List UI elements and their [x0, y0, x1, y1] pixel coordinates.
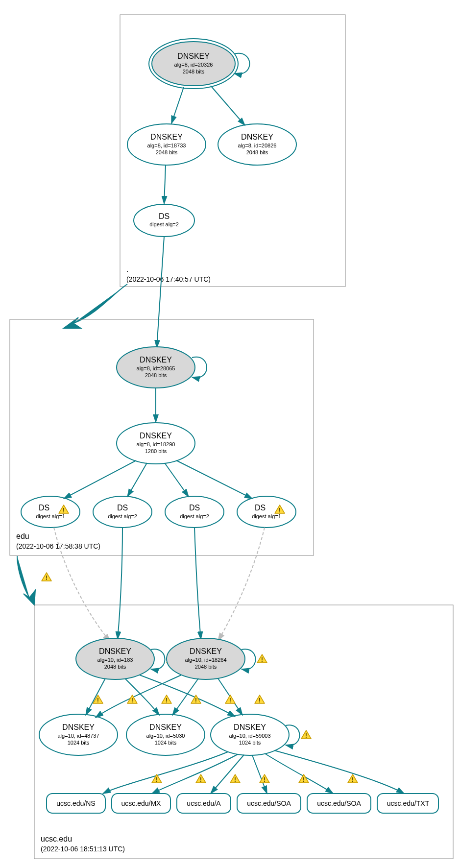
zone-root-timestamp: (2022-10-06 17:40:57 UTC) — [126, 275, 211, 283]
node-edu-ds2[interactable]: DS digest alg=2 — [93, 496, 152, 528]
svg-text:alg=10, id=48737: alg=10, id=48737 — [57, 733, 99, 739]
svg-text:digest alg=2: digest alg=2 — [108, 513, 137, 519]
svg-text:alg=8, id=20326: alg=8, id=20326 — [174, 62, 213, 68]
zone-edu: edu (2022-10-06 17:58:38 UTC) DNSKEY alg… — [10, 237, 314, 555]
svg-text:ucsc.edu/TXT: ucsc.edu/TXT — [387, 799, 430, 807]
edge-eduzsk-ds3 — [165, 463, 189, 497]
node-dom-zsk3[interactable]: DNSKEY alg=10, id=59003 1024 bits — [211, 714, 289, 755]
svg-point-33 — [165, 496, 224, 528]
svg-text:DNSKEY: DNSKEY — [234, 723, 266, 731]
svg-text:alg=10, id=59003: alg=10, id=59003 — [229, 733, 270, 739]
edge-ds2-ksk1 — [118, 528, 122, 639]
svg-point-30 — [93, 496, 152, 528]
svg-text:alg=10, id=5030: alg=10, id=5030 — [146, 733, 185, 739]
svg-text:1024 bits: 1024 bits — [239, 740, 261, 746]
node-root-zsk1[interactable]: DNSKEY alg=8, id=18733 2048 bits — [127, 124, 206, 165]
warn-icon — [225, 695, 235, 704]
warn-icon — [152, 774, 162, 783]
svg-text:ucsc.edu/SOA: ucsc.edu/SOA — [247, 799, 291, 807]
node-dom-zsk2[interactable]: DNSKEY alg=10, id=5030 1024 bits — [126, 714, 205, 755]
edge-rootksk-zsk2 — [211, 86, 245, 125]
svg-point-15 — [134, 204, 194, 237]
node-root-zsk2[interactable]: DNSKEY alg=8, id=20826 2048 bits — [218, 124, 296, 165]
svg-text:alg=10, id=183: alg=10, id=183 — [97, 657, 133, 663]
edge-ksk1-zsk2 — [125, 678, 159, 715]
node-root-ksk[interactable]: DNSKEY alg=8, id=20326 2048 bits — [149, 39, 238, 89]
svg-text:DS: DS — [39, 504, 49, 512]
svg-text:2048 bits: 2048 bits — [195, 664, 217, 670]
svg-point-36 — [237, 496, 296, 528]
node-edu-ksk[interactable]: DNSKEY alg=8, id=28065 2048 bits — [117, 347, 195, 388]
svg-text:digest alg=1: digest alg=1 — [36, 513, 65, 519]
rr-soa2[interactable]: ucsc.edu/SOA — [307, 794, 371, 813]
edge-zsk3-soa2 — [265, 753, 333, 794]
svg-text:DNSKEY: DNSKEY — [150, 133, 183, 141]
svg-text:DS: DS — [189, 504, 200, 512]
svg-text:1024 bits: 1024 bits — [155, 740, 177, 746]
edge-zsk3-a — [211, 755, 244, 794]
edge-zsk3-txt — [274, 750, 404, 794]
warn-icon — [257, 654, 267, 663]
warn-icon — [299, 774, 309, 783]
svg-text:DNSKEY: DNSKEY — [177, 52, 210, 60]
svg-text:2048 bits: 2048 bits — [156, 149, 178, 155]
svg-text:digest alg=2: digest alg=2 — [149, 221, 179, 227]
svg-text:DNSKEY: DNSKEY — [149, 723, 182, 731]
warn-icon — [42, 573, 51, 581]
svg-point-27 — [21, 496, 80, 528]
svg-text:ucsc.edu/A: ucsc.edu/A — [187, 799, 221, 807]
zone-edu-label: edu — [16, 532, 29, 540]
svg-text:alg=8, id=18290: alg=8, id=18290 — [137, 441, 175, 447]
svg-text:1280 bits: 1280 bits — [145, 448, 167, 454]
rr-mx[interactable]: ucsc.edu/MX — [112, 794, 170, 813]
node-edu-ds3[interactable]: DS digest alg=2 — [165, 496, 224, 528]
edge-ds3-ksk2 — [194, 528, 201, 639]
rr-a[interactable]: ucsc.edu/A — [177, 794, 231, 813]
node-edu-ds4[interactable]: DS digest alg=1 — [237, 496, 296, 528]
edge-eduzsk-ds1 — [64, 460, 136, 499]
svg-text:digest alg=1: digest alg=1 — [252, 513, 281, 519]
zone-arrow-edu-dom — [17, 556, 35, 605]
zone-root: . (2022-10-06 17:40:57 UTC) DNSKEY alg=8… — [120, 15, 345, 287]
edge-eduzsk-ds2 — [127, 463, 147, 497]
rr-ns[interactable]: ucsc.edu/NS — [47, 794, 105, 813]
warn-icon — [230, 774, 240, 783]
edge-rootds-eduksk — [157, 237, 164, 348]
svg-text:DS: DS — [117, 504, 128, 512]
svg-text:alg=8, id=20826: alg=8, id=20826 — [238, 143, 277, 148]
node-edu-zsk[interactable]: DNSKEY alg=8, id=18290 1280 bits — [117, 423, 195, 464]
svg-text:DNSKEY: DNSKEY — [140, 356, 172, 364]
warn-icon — [196, 774, 206, 783]
svg-text:DNSKEY: DNSKEY — [99, 647, 131, 655]
edge-ksk1-zsk1 — [86, 678, 105, 715]
node-dom-ksk2[interactable]: DNSKEY alg=10, id=18264 2048 bits — [167, 638, 245, 679]
svg-text:digest alg=2: digest alg=2 — [180, 513, 209, 519]
svg-text:DS: DS — [255, 504, 266, 512]
edge-ksk2-zsk1 — [96, 675, 181, 718]
svg-text:alg=8, id=18733: alg=8, id=18733 — [147, 143, 186, 148]
svg-text:ucsc.edu/SOA: ucsc.edu/SOA — [317, 799, 361, 807]
node-root-ds[interactable]: DS digest alg=2 — [134, 204, 194, 237]
zone-arrow-root-edu — [64, 284, 127, 328]
edge-ksk1-zsk3 — [140, 675, 235, 717]
zone-root-label: . — [126, 265, 128, 273]
zone-dom: ucsc.edu (2022-10-06 18:51:13 UTC) DNSKE… — [34, 528, 453, 859]
node-edu-ds1[interactable]: DS digest alg=1 — [21, 496, 80, 528]
edge-ds4-ksk2 — [218, 528, 265, 641]
edge-eduzsk-ds4 — [176, 460, 252, 499]
svg-text:2048 bits: 2048 bits — [183, 69, 205, 74]
svg-text:DNSKEY: DNSKEY — [190, 647, 222, 655]
zone-dom-label: ucsc.edu — [41, 835, 72, 843]
edge-zsk1-ds — [164, 165, 166, 204]
svg-text:alg=10, id=18264: alg=10, id=18264 — [185, 657, 226, 663]
svg-text:ucsc.edu/MX: ucsc.edu/MX — [121, 799, 162, 807]
node-dom-zsk1[interactable]: DNSKEY alg=10, id=48737 1024 bits — [39, 714, 118, 755]
svg-text:2048 bits: 2048 bits — [104, 664, 126, 670]
rr-txt[interactable]: ucsc.edu/TXT — [377, 794, 438, 813]
rr-soa1[interactable]: ucsc.edu/SOA — [237, 794, 301, 813]
node-dom-ksk1[interactable]: DNSKEY alg=10, id=183 2048 bits — [76, 638, 154, 679]
svg-text:2048 bits: 2048 bits — [145, 372, 167, 378]
edge-zsk3-mx — [152, 754, 238, 794]
warn-icon — [348, 774, 358, 783]
warn-icon — [255, 695, 265, 704]
